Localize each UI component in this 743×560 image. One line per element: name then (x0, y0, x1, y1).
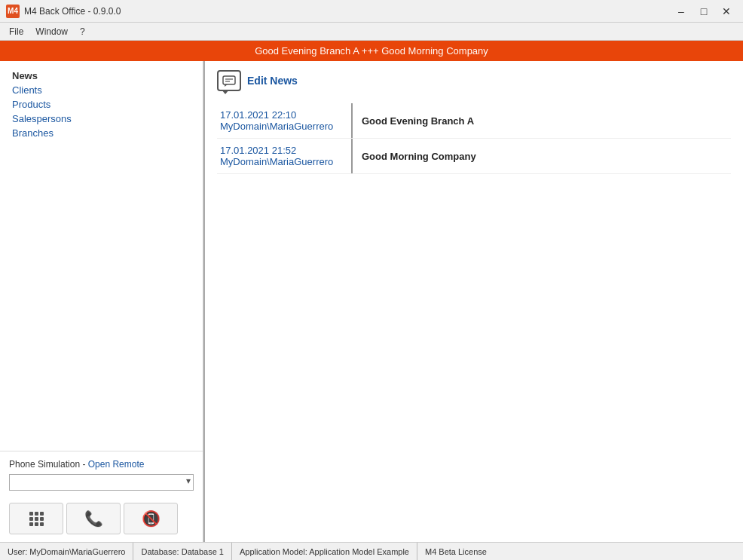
edit-news-link[interactable]: Edit News (247, 75, 298, 87)
title-bar-controls: – □ ✕ (671, 4, 737, 19)
news-text-2: Good Morning Company (353, 139, 485, 173)
dialpad-button[interactable] (9, 503, 63, 534)
app-title: M4 Back Office - 0.9.0.0 (24, 6, 121, 17)
chat-icon (217, 70, 241, 91)
news-meta-1: 17.01.2021 22:10 MyDomain\MariaGuerrero (217, 103, 353, 138)
sidebar: News Clients Products Salespersons Branc… (0, 61, 203, 542)
dot (35, 522, 38, 526)
sidebar-item-news[interactable]: News (9, 69, 194, 83)
dot (29, 517, 33, 521)
sidebar-item-branches[interactable]: Branches (9, 126, 194, 140)
sidebar-item-clients[interactable]: Clients (9, 83, 194, 97)
phone-buttons: 📞 📵 (9, 503, 194, 534)
sidebar-item-salespersons[interactable]: Salespersons (9, 112, 194, 126)
status-app-model: Application Model: Application Model Exa… (232, 543, 417, 560)
news-date-2: 17.01.2021 21:52 (220, 145, 342, 156)
maximize-button[interactable]: □ (693, 4, 714, 19)
chat-svg (222, 75, 236, 87)
content-area: Edit News 17.01.2021 22:10 MyDomain\Mari… (205, 61, 743, 542)
menu-file[interactable]: File (3, 25, 29, 38)
title-bar-left: M4 M4 Back Office - 0.9.0.0 (6, 5, 121, 18)
phone-dropdown[interactable] (9, 474, 194, 491)
title-bar: M4 M4 Back Office - 0.9.0.0 – □ ✕ (0, 0, 743, 23)
news-date-1: 17.01.2021 22:10 (220, 109, 342, 121)
news-meta-2: 17.01.2021 21:52 MyDomain\MariaGuerrero (217, 139, 353, 173)
status-license: M4 Beta License (417, 543, 494, 560)
menu-help[interactable]: ? (74, 25, 91, 38)
dot (29, 512, 33, 516)
menu-window[interactable]: Window (29, 25, 74, 38)
phone-section: Phone Simulation - Open Remote (0, 451, 203, 542)
status-database: Database: Database 1 (133, 543, 231, 560)
banner: Good Evening Branch A +++ Good Morning C… (0, 41, 743, 61)
call-down-button[interactable]: 📵 (124, 503, 178, 534)
call-up-icon: 📞 (84, 510, 103, 528)
news-user-1: MyDomain\MariaGuerrero (220, 121, 342, 132)
sidebar-item-products[interactable]: Products (9, 97, 194, 112)
news-row: 17.01.2021 22:10 MyDomain\MariaGuerrero … (217, 103, 731, 139)
close-button[interactable]: ✕ (716, 4, 737, 19)
dot (40, 517, 44, 521)
status-user: User: MyDomain\MariaGuerrero (0, 543, 133, 560)
phone-dropdown-wrapper (9, 474, 194, 497)
dot (29, 522, 33, 526)
content-header: Edit News (217, 70, 731, 91)
phone-title: Phone Simulation - Open Remote (9, 459, 194, 470)
call-down-icon: 📵 (142, 510, 161, 528)
minimize-button[interactable]: – (671, 4, 692, 19)
dot (35, 517, 38, 521)
svg-marker-3 (225, 84, 228, 87)
call-up-button[interactable]: 📞 (66, 503, 121, 534)
phone-title-text: Phone Simulation - (9, 459, 88, 470)
dot (40, 512, 44, 516)
status-bar: User: MyDomain\MariaGuerrero Database: D… (0, 542, 743, 560)
news-list: 17.01.2021 22:10 MyDomain\MariaGuerrero … (217, 103, 731, 174)
dot (40, 522, 44, 526)
dot (35, 512, 38, 516)
svg-rect-0 (223, 76, 235, 84)
app-icon: M4 (6, 5, 20, 18)
open-remote-link[interactable]: Open Remote (88, 459, 145, 470)
menu-bar: File Window ? (0, 23, 743, 41)
nav-section: News Clients Products Salespersons Branc… (0, 61, 203, 451)
news-row: 17.01.2021 21:52 MyDomain\MariaGuerrero … (217, 139, 731, 174)
main-content: News Clients Products Salespersons Branc… (0, 61, 743, 542)
news-user-2: MyDomain\MariaGuerrero (220, 156, 342, 167)
dialpad-icon (29, 512, 44, 526)
news-text-1: Good Evening Branch A (353, 103, 483, 138)
